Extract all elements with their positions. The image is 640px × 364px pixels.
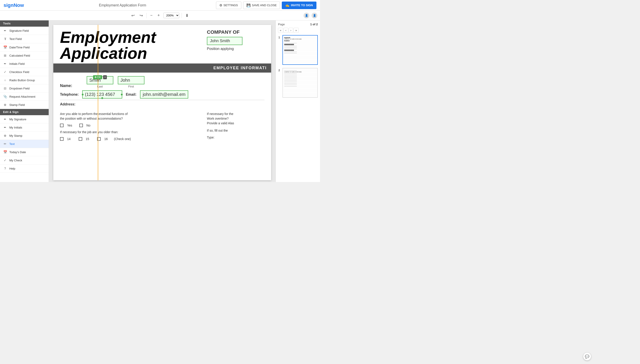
sidebar-item-todays-date[interactable]: 📅 Today's Date [0, 148, 49, 156]
first-page-button[interactable]: « [278, 28, 283, 33]
john-smith-field[interactable]: John Smith [207, 37, 243, 45]
next-page-button[interactable]: › [289, 28, 293, 33]
download-button[interactable]: ⬇ [184, 12, 190, 19]
user-icon-2: 👤 [312, 13, 317, 18]
age-15-checkbox[interactable] [79, 137, 82, 141]
page-header: Page 1 of 2 [278, 23, 318, 26]
page-1-thumbnail[interactable]: loyment COMPANY OF EMPLOYER NAME licatio… [282, 35, 318, 65]
questions-section: Are you able to perform the essential fu… [60, 109, 265, 142]
user-icon-1: 👤 [304, 13, 309, 18]
page-label: Page [278, 23, 285, 26]
sidebar-item-datetime-field[interactable]: 📅 Date/Time Field [0, 43, 49, 52]
sidebar-item-signature-field[interactable]: ✒ Signature Field [0, 27, 49, 35]
sidebar-item-radio-button-group[interactable]: ○ Radio Button Group [0, 76, 49, 84]
telephone-field[interactable]: (123) 123 4567 [82, 90, 122, 98]
settings-button[interactable]: ⚙ SETTINGS [216, 2, 241, 9]
telephone-label: Telephone: [60, 92, 79, 96]
save-icon: 💾 [247, 3, 251, 7]
sidebar-item-text-field[interactable]: 𝐓 Text Field [0, 35, 49, 43]
zoom-select[interactable]: 200% 150% 100% 75% [163, 13, 179, 18]
dropdown-icon: ⊟ [3, 86, 7, 90]
age-checkboxes-row: 14 15 16 (Check one) [60, 137, 202, 141]
sidebar-item-stamp-field[interactable]: ⊕ Stamp Field [0, 101, 49, 109]
email-field[interactable]: john.smith@email.em [140, 90, 188, 98]
sidebar-item-initials-field[interactable]: ✒ Initials Field [0, 60, 49, 68]
resize-handle-bottom[interactable] [101, 97, 103, 99]
if-necessary-text: If necessary for the Work overtime? Prov… [207, 112, 265, 126]
zoom-in-button[interactable]: + [156, 12, 161, 19]
text-edit-icon: ✏ [3, 142, 7, 146]
grid-icon: ⊞ [3, 54, 7, 57]
doc-left-column: Employment Application [60, 29, 202, 61]
toolbar-divider2 [181, 13, 182, 18]
page-1-thumb-image: loyment COMPANY OF EMPLOYER NAME licatio… [283, 36, 317, 64]
resize-handle-right[interactable] [121, 94, 123, 96]
first-name-field[interactable]: John [118, 76, 144, 84]
first-label: First [128, 85, 134, 88]
help-icon: ? [3, 167, 7, 170]
sidebar-item-my-signature[interactable]: ✒ My Signature [0, 115, 49, 124]
page-1-thumbnail-container: 1 loyment COMPANY OF EMPLOYER NAME licat… [282, 35, 318, 65]
toolbar-divider [146, 13, 147, 18]
prev-page-button[interactable]: ‹ [284, 28, 288, 33]
field-popup: ✥ OK × [93, 75, 107, 79]
text-icon: 𝐓 [3, 37, 7, 41]
close-field-button[interactable]: × [103, 75, 107, 79]
stamp-icon: ⊕ [3, 103, 7, 106]
company-of-label: COMPANY OF [207, 29, 265, 35]
page-2-thumbnail[interactable]: ──────────────── COMPANY OF EMPLOYER NAM… [282, 68, 318, 98]
save-close-button[interactable]: 💾 SAVE AND CLOSE [243, 2, 280, 9]
type-label: Type: [207, 136, 265, 139]
sidebar-item-my-stamp[interactable]: ⊕ My Stamp [0, 132, 49, 140]
my-signature-icon: ✒ [3, 118, 7, 121]
page-2-number: 2 [278, 69, 280, 72]
zoom-control: 200% 150% 100% 75% [163, 13, 179, 18]
document-page: Employment Application COMPANY OF John S… [53, 25, 271, 180]
tools-section-header: Tools [0, 20, 49, 27]
move-handle[interactable]: ✥ OK [93, 75, 102, 79]
phone-email-row: Telephone: (123) 123 4567 Email: john.sm… [60, 90, 265, 100]
questions-right: If necessary for the Work overtime? Prov… [202, 109, 265, 142]
topbar: signNow ⚙ SETTINGS 💾 SAVE AND CLOSE ✍ IN… [0, 0, 320, 11]
yes-checkbox[interactable] [60, 124, 64, 127]
zoom-out-button[interactable]: − [149, 12, 154, 19]
address-row: Address: [60, 102, 265, 106]
age-14-checkbox[interactable] [60, 137, 64, 141]
if-so-text: If so, fill out the [207, 128, 265, 133]
my-check-icon: ✓ [3, 158, 7, 162]
my-stamp-icon: ⊕ [3, 134, 7, 138]
sidebar-item-checkbox-field[interactable]: ✓ Checkbox Field [0, 68, 49, 76]
functions-text: Are you able to perform the essential fu… [60, 112, 202, 121]
last-page-button[interactable]: » [294, 28, 299, 33]
document-title-input[interactable] [29, 3, 216, 7]
no-checkbox[interactable] [79, 124, 83, 127]
sidebar-item-dropdown-field[interactable]: ⊟ Dropdown Field [0, 84, 49, 92]
attachment-icon: 📎 [3, 95, 7, 98]
name-row: Name: ✥ OK × Smith Last [60, 76, 265, 88]
last-name-field-container: ✥ OK × Smith [87, 76, 113, 84]
doc-header-section: Employment Application COMPANY OF John S… [60, 29, 265, 61]
resize-handle-left[interactable] [82, 94, 84, 96]
check-icon: ✓ [3, 70, 7, 74]
document-main-title: Employment Application [60, 29, 198, 61]
name-label: Name: [60, 84, 82, 88]
undo-button[interactable]: ↩ [130, 12, 136, 19]
first-name-container: John First [118, 76, 144, 88]
sidebar-item-my-initials[interactable]: ✒ My Initials [0, 124, 49, 132]
page-navigation: « ‹ › » [278, 28, 318, 33]
sidebar-item-my-check[interactable]: ✓ My Check [0, 156, 49, 164]
sidebar-item-text[interactable]: ✏ Text [0, 140, 49, 148]
older-than-text: If necessary for the job are you older t… [60, 130, 202, 134]
redo-button[interactable]: ↪ [138, 12, 144, 19]
sidebar-item-request-attachment[interactable]: 📎 Request Attachment [0, 92, 49, 101]
ok-label[interactable]: OK [97, 76, 101, 79]
corner-icons: 👤 👤 [304, 13, 317, 18]
edit-sign-section-header: Edit & Sign [0, 109, 49, 115]
sidebar-item-help[interactable]: ? Help [0, 164, 49, 173]
pen-icon: ✍ [285, 3, 290, 7]
invite-to-sign-button[interactable]: ✍ INVITE TO SIGN [282, 2, 316, 9]
initials-icon: ✒ [3, 62, 7, 66]
sidebar-item-calculated-field[interactable]: ⊞ Calculated Field [0, 52, 49, 60]
pen-nib-icon: ✒ [3, 29, 7, 32]
toolbar: ↩ ↪ − + 200% 150% 100% 75% ⬇ 👤 👤 [0, 11, 320, 20]
